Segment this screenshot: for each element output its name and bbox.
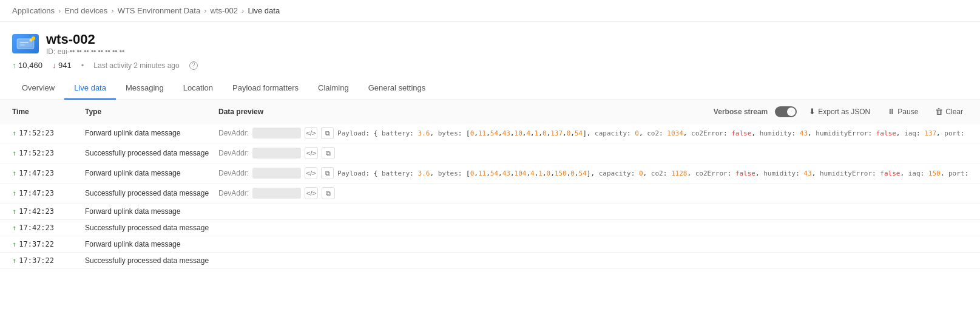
devaddr-label: DevAddr: bbox=[218, 189, 249, 197]
time-cell: ↑ 17:37:22 bbox=[12, 240, 85, 248]
stat-activity: Last activity 2 minutes ago bbox=[93, 61, 179, 70]
code-icon-btn[interactable]: </> bbox=[305, 187, 318, 199]
time-cell: ↑ 17:42:23 bbox=[12, 207, 85, 216]
copy-icon-btn[interactable]: ⧉ bbox=[321, 167, 334, 179]
col-preview-header: Data preview bbox=[218, 108, 263, 116]
pause-button[interactable]: ⏸ Pause bbox=[882, 105, 923, 118]
device-header: wts-002 ID: eui-•• •• •• •• •• •• •• •• … bbox=[0, 22, 980, 70]
preview-cell: DevAddr: </> ⧉ Payload: { battery: 3.6, … bbox=[218, 127, 968, 139]
main-content: Time Type Data preview Verbose stream ✕ … bbox=[0, 100, 980, 269]
tab-messaging[interactable]: Messaging bbox=[116, 77, 174, 100]
code-icon-btn[interactable]: </> bbox=[305, 127, 317, 139]
devaddr-value bbox=[252, 128, 301, 139]
export-json-button[interactable]: ⬇ Export as JSON bbox=[804, 105, 875, 118]
tab-general-settings[interactable]: General settings bbox=[359, 77, 436, 100]
stat-downlink: 941 bbox=[52, 61, 72, 70]
breadcrumb-current: Live data bbox=[248, 6, 280, 15]
code-icon-btn[interactable]: </> bbox=[305, 147, 318, 159]
code-icon-btn[interactable]: </> bbox=[305, 167, 317, 179]
device-icon bbox=[12, 34, 39, 53]
time-value: 17:42:23 bbox=[19, 207, 54, 216]
table-header: Time Type Data preview Verbose stream ✕ … bbox=[0, 100, 980, 123]
copy-icon-btn[interactable]: ⧉ bbox=[321, 127, 334, 139]
time-value: 17:42:23 bbox=[19, 224, 54, 232]
up-arrow-icon: ↑ bbox=[12, 189, 16, 197]
up-arrow-icon: ↑ bbox=[12, 169, 16, 177]
payload-text: Payload: { battery: 3.6, bytes: [0,11,54… bbox=[337, 129, 968, 137]
clear-button[interactable]: 🗑 Clear bbox=[930, 105, 968, 118]
up-arrow-icon: ↑ bbox=[12, 224, 16, 232]
breadcrumb-end-devices[interactable]: End devices bbox=[64, 6, 107, 15]
up-arrow-icon: ↑ bbox=[12, 129, 16, 137]
stat-uplink: 10,460 bbox=[12, 61, 42, 70]
time-cell: ↑ 17:47:23 bbox=[12, 169, 85, 177]
time-value: 17:37:22 bbox=[19, 240, 54, 248]
devaddr-value bbox=[252, 188, 301, 199]
tab-overview[interactable]: Overview bbox=[12, 77, 64, 100]
time-cell: ↑ 17:42:23 bbox=[12, 224, 85, 232]
device-info: wts-002 ID: eui-•• •• •• •• •• •• •• •• bbox=[46, 32, 124, 56]
up-arrow-icon: ↑ bbox=[12, 240, 16, 248]
type-cell: Forward uplink data message bbox=[85, 240, 218, 248]
toggle-x-icon: ✕ bbox=[790, 108, 795, 115]
copy-icon-btn[interactable]: ⧉ bbox=[322, 187, 335, 199]
devaddr-value bbox=[252, 168, 301, 179]
verbose-toggle[interactable]: ✕ bbox=[775, 106, 797, 117]
up-arrow-icon: ↑ bbox=[12, 149, 16, 157]
up-arrow-icon: ↑ bbox=[12, 256, 16, 265]
devaddr-value bbox=[252, 148, 301, 159]
table-row: ↑ 17:37:22 Successfully processed data m… bbox=[0, 253, 980, 269]
breadcrumb: Applications › End devices › WTS Environ… bbox=[0, 0, 980, 22]
breadcrumb-sep-4: › bbox=[242, 6, 244, 15]
type-cell: Successfully processed data message bbox=[85, 256, 218, 265]
breadcrumb-wts-env[interactable]: WTS Environment Data bbox=[118, 6, 201, 15]
breadcrumb-wts-002[interactable]: wts-002 bbox=[211, 6, 238, 15]
table-row: ↑ 17:52:23 Successfully processed data m… bbox=[0, 143, 980, 163]
payload-text: Payload: { battery: 3.6, bytes: [0,11,54… bbox=[337, 169, 968, 177]
tab-location[interactable]: Location bbox=[174, 77, 223, 100]
type-cell: Successfully processed data message bbox=[85, 224, 218, 232]
type-cell: Forward uplink data message bbox=[85, 207, 218, 216]
time-value: 17:37:22 bbox=[19, 256, 54, 265]
table-header-right: Data preview Verbose stream ✕ ⬇ Export a… bbox=[218, 105, 968, 118]
svg-rect-4 bbox=[20, 44, 25, 46]
breadcrumb-applications[interactable]: Applications bbox=[12, 6, 55, 15]
table-row: ↑ 17:37:22 Forward uplink data message bbox=[0, 236, 980, 253]
tab-payload-formatters[interactable]: Payload formatters bbox=[223, 77, 308, 100]
help-icon[interactable]: ? bbox=[189, 61, 198, 70]
tabs: Overview Live data Messaging Location Pa… bbox=[0, 77, 980, 100]
device-name: wts-002 bbox=[46, 32, 124, 47]
svg-point-2 bbox=[30, 39, 33, 42]
time-value: 17:52:23 bbox=[19, 149, 54, 157]
table-row: ↑ 17:47:23 Forward uplink data message D… bbox=[0, 163, 980, 183]
time-cell: ↑ 17:52:23 bbox=[12, 129, 85, 137]
up-arrow-icon: ↑ bbox=[12, 207, 16, 216]
table-row: ↑ 17:42:23 Successfully processed data m… bbox=[0, 220, 980, 236]
download-icon: ⬇ bbox=[809, 107, 816, 116]
table-row: ↑ 17:42:23 Forward uplink data message bbox=[0, 204, 980, 220]
type-cell: Forward uplink data message bbox=[85, 169, 218, 177]
col-time-header: Time bbox=[12, 108, 85, 116]
device-stats: 10,460 941 • Last activity 2 minutes ago… bbox=[12, 61, 968, 70]
svg-rect-0 bbox=[17, 39, 34, 49]
type-cell: Successfully processed data message bbox=[85, 149, 218, 157]
svg-rect-1 bbox=[19, 41, 32, 47]
devaddr-label: DevAddr: bbox=[218, 169, 249, 177]
time-cell: ↑ 17:47:23 bbox=[12, 189, 85, 197]
svg-rect-3 bbox=[20, 42, 29, 43]
devaddr-label: DevAddr: bbox=[218, 129, 249, 137]
time-value: 17:52:23 bbox=[19, 129, 54, 137]
copy-icon-btn[interactable]: ⧉ bbox=[322, 147, 335, 159]
tab-live-data[interactable]: Live data bbox=[64, 77, 116, 100]
type-cell: Forward uplink data message bbox=[85, 129, 218, 137]
tab-claiming[interactable]: Claiming bbox=[308, 77, 359, 100]
pause-icon: ⏸ bbox=[887, 107, 895, 116]
breadcrumb-sep-1: › bbox=[58, 6, 61, 15]
device-id: ID: eui-•• •• •• •• •• •• •• •• bbox=[46, 47, 124, 56]
preview-cell: DevAddr: </> ⧉ bbox=[218, 187, 968, 199]
breadcrumb-sep-2: › bbox=[111, 6, 113, 15]
table-row: ↑ 17:47:23 Successfully processed data m… bbox=[0, 183, 980, 204]
preview-cell: DevAddr: </> ⧉ Payload: { battery: 3.6, … bbox=[218, 167, 968, 179]
col-type-header: Type bbox=[85, 108, 218, 116]
verbose-label: Verbose stream bbox=[714, 108, 768, 116]
